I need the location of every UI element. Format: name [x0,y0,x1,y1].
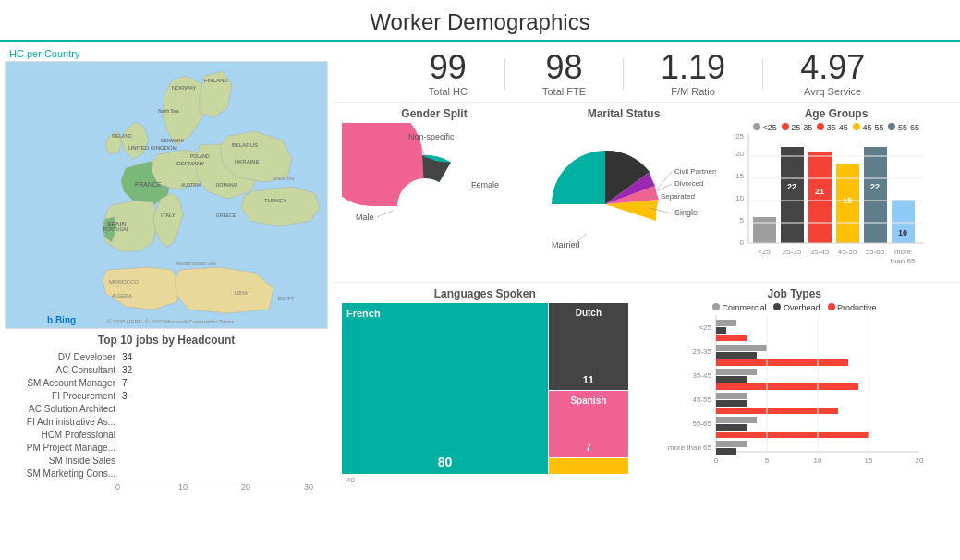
top-jobs-title: Top 10 jobs by Headcount [5,334,328,347]
job-value: 3 [122,391,128,401]
svg-text:Mediterranean Sea: Mediterranean Sea [176,261,216,266]
svg-text:6: 6 [761,207,766,216]
svg-text:North Sea: North Sea [158,108,179,114]
bottom-row: Languages Spoken French 80 Dutch 11 [333,283,960,560]
svg-rect-103 [716,359,848,366]
page-title: Worker Demographics [0,0,960,42]
svg-text:25-35: 25-35 [783,248,802,256]
svg-text:0: 0 [115,482,120,492]
svg-text:than 65: than 65 [891,257,916,265]
svg-text:20: 20 [735,150,744,158]
svg-rect-97 [716,320,736,326]
job-label: DV Developer [9,352,115,362]
job-label: SM Marketing Cons... [9,469,115,479]
job-label: SM Account Manager [9,378,115,388]
svg-text:55-65: 55-65 [866,248,885,256]
svg-text:15: 15 [864,457,872,465]
svg-rect-98 [716,327,726,334]
svg-text:35-45: 35-45 [810,248,830,256]
job-row: SM Account Manager7 [9,377,323,388]
svg-rect-113 [716,417,757,423]
svg-text:GERMANY: GERMANY [176,161,204,166]
svg-text:Female: Female [471,180,499,189]
svg-rect-117 [716,441,747,447]
svg-text:LIBYA: LIBYA [235,290,248,296]
svg-text:10: 10 [813,457,821,465]
languages-title: Languages Spoken [342,287,628,300]
job-label: PM Project Manage... [9,443,115,453]
job-label: FI Procurement [9,391,115,401]
kpi-fm-ratio-label: F/M Ratio [661,86,725,97]
languages-panel: Languages Spoken French 80 Dutch 11 [342,287,628,555]
dutch-block: Dutch 11 [549,303,627,390]
svg-point-46 [397,178,453,234]
jobs-chart: DV Developer34AC Consultant32SM Account … [5,351,328,479]
svg-text:FRANCE: FRANCE [135,181,162,188]
job-label: FI Administrative As... [9,417,115,427]
svg-rect-118 [716,448,736,455]
job-row: FI Administrative As... [9,416,323,427]
svg-rect-105 [716,369,757,375]
svg-text:b Bing: b Bing [47,315,76,325]
svg-rect-114 [716,424,747,431]
kpi-total-fte: 98 Total FTE [542,51,586,97]
svg-rect-102 [716,352,757,359]
svg-line-52 [377,211,393,217]
age-legend: <25 25-35 35-45 45-55 55-65 [721,123,952,132]
job-value: 34 [122,352,132,362]
job-types-chart: <25 25-35 35-45 45-55 [665,315,924,468]
svg-text:NORWAY: NORWAY [172,85,196,91]
svg-text:AUSTRIA: AUSTRIA [181,182,201,188]
right-lang-col: Dutch 11 Spanish 7 [549,303,627,474]
svg-text:45-55: 45-55 [838,248,857,256]
job-value: 32 [122,365,132,375]
marital-status-title: Marital Status [531,107,716,120]
top-jobs-section: Top 10 jobs by Headcount DV Developer34A… [5,334,328,494]
languages-chart: French 80 Dutch 11 Spanish 7 [342,303,628,474]
kpi-avrq-service-value: 4.97 [800,51,865,84]
svg-text:Separated: Separated [661,192,695,201]
svg-text:Married: Married [552,240,580,250]
svg-text:POLAND: POLAND [190,153,210,159]
svg-text:GREECE: GREECE [216,213,237,218]
job-row: HCM Professional [9,429,323,440]
gender-split-chart: Male Female Non-specific [342,123,527,275]
kpi-total-hc-label: Total HC [429,86,468,97]
jobs-axis: 0 10 20 30 [115,481,328,494]
other-lang-block [549,458,627,474]
dutch-label: Dutch [553,308,623,318]
svg-rect-64 [753,217,776,243]
svg-text:Male: Male [356,213,374,222]
svg-rect-111 [716,408,838,414]
job-row: PM Project Manage... [9,442,323,453]
kpi-total-hc: 99 Total HC [429,51,468,97]
svg-marker-14 [241,187,320,226]
svg-text:45-55: 45-55 [692,396,711,404]
svg-rect-68 [808,152,832,243]
spanish-block: Spanish 7 [549,391,627,458]
map-area[interactable]: UNITED KINGDOM IRELAND FRANCE GERMANY SP… [5,61,328,329]
svg-text:FINLAND: FINLAND [204,78,228,83]
charts-row-1: Gender Split [333,103,960,283]
svg-text:more: more [894,248,912,256]
job-label: HCM Professional [9,430,115,440]
job-row: DV Developer34 [9,351,323,362]
svg-rect-99 [716,335,747,341]
kpi-row: 99 Total HC 98 Total FTE 1.19 F/M Ratio … [333,42,960,103]
svg-text:5: 5 [740,216,745,225]
svg-text:55-65: 55-65 [692,420,711,428]
svg-text:10: 10 [178,482,188,492]
svg-rect-110 [716,400,747,407]
svg-text:10: 10 [735,194,744,202]
svg-text:20: 20 [915,457,923,465]
europe-map: UNITED KINGDOM IRELAND FRANCE GERMANY SP… [6,62,328,329]
kpi-total-fte-label: Total FTE [542,86,586,97]
svg-line-58 [654,172,672,192]
marital-status-panel: Marital Status Civil Partnershi [531,107,716,277]
svg-text:0: 0 [740,238,745,247]
age-groups-title: Age Groups [721,107,952,120]
french-block: French 80 [342,303,548,474]
kpi-fm-ratio: 1.19 F/M Ratio [661,51,725,97]
job-row: SM Inside Sales [9,455,323,466]
svg-rect-109 [716,393,747,399]
